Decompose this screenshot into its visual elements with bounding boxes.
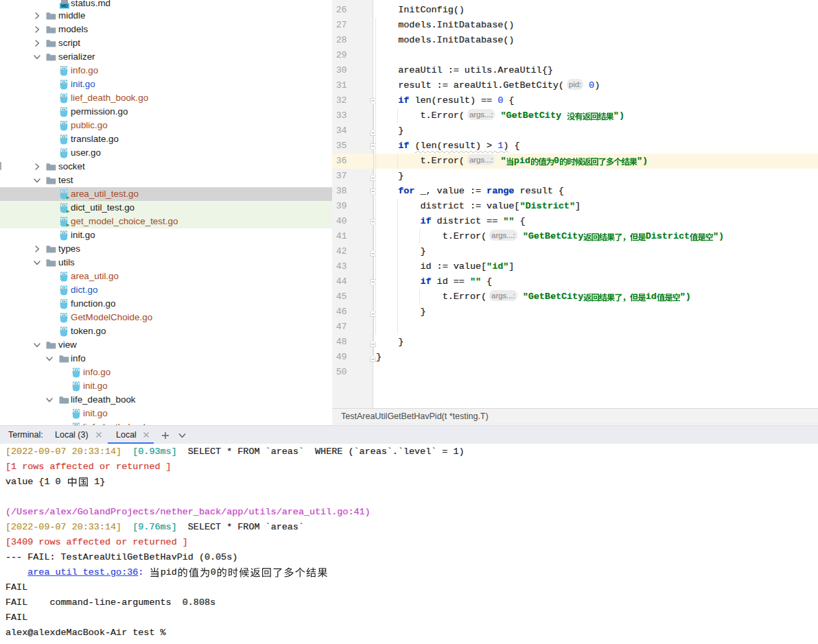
svg-text:MD: MD xyxy=(61,3,68,8)
